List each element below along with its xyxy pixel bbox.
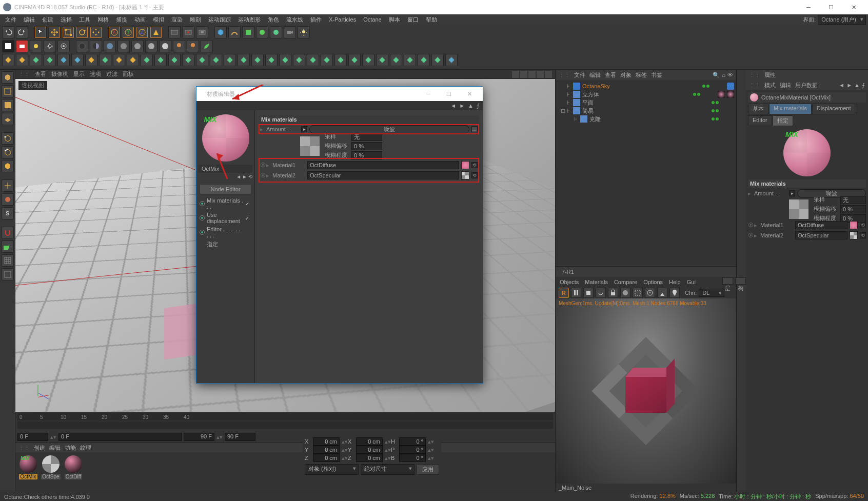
coord-field[interactable]: 0 cm xyxy=(356,454,383,462)
nav-left-icon[interactable]: ◄ xyxy=(236,174,241,182)
octane-node-26-icon[interactable] xyxy=(362,54,374,66)
redo-icon[interactable] xyxy=(16,26,28,38)
modal-mat1-field[interactable]: OctDiffuse xyxy=(307,161,459,169)
octane-node-8-icon[interactable] xyxy=(113,54,125,66)
octane-node-30-icon[interactable] xyxy=(418,54,430,66)
vp-nav-icon[interactable] xyxy=(512,71,519,78)
nav-back-icon[interactable]: ◄ xyxy=(450,103,456,109)
lv-refresh-icon[interactable] xyxy=(596,288,606,298)
mat2-link-icon[interactable]: ⟲ xyxy=(860,232,866,238)
coord-mode-select[interactable]: 对象 (相对) xyxy=(305,464,359,475)
grip-icon[interactable]: ⋮⋮ xyxy=(559,72,570,78)
render-pv-icon[interactable] xyxy=(182,26,194,38)
blur-offset-field[interactable]: 0 % xyxy=(840,205,866,213)
menu-help[interactable]: 帮助 xyxy=(423,15,440,25)
spinner-icon[interactable]: ▴▾ xyxy=(50,434,56,440)
recent-tool-icon[interactable] xyxy=(90,26,102,38)
menu-pipeline[interactable]: 流水线 xyxy=(283,15,306,25)
tree2-icon[interactable] xyxy=(187,40,199,52)
octane-sun-icon[interactable] xyxy=(30,40,42,52)
coord-field[interactable]: 0 ° xyxy=(399,437,426,446)
eye-icon[interactable]: 👁 xyxy=(727,72,733,78)
matmgr-menu-func[interactable]: 功能 xyxy=(65,444,76,452)
mat2-swatch[interactable] xyxy=(850,231,858,239)
octane-node-25-icon[interactable] xyxy=(348,54,361,66)
octane-node-20-icon[interactable] xyxy=(279,54,291,66)
octane-target-icon[interactable] xyxy=(57,40,70,52)
layout-select[interactable]: Octane (用户) xyxy=(818,15,866,25)
attr-menu-mode[interactable]: 模式 xyxy=(764,82,776,89)
matmgr-menu-tex[interactable]: 纹理 xyxy=(80,444,91,452)
modal-blur-offset-field[interactable]: 0 % xyxy=(351,142,382,150)
octane-node-24-icon[interactable] xyxy=(334,54,347,66)
menu-sim[interactable]: 模拟 xyxy=(150,15,167,25)
spinner2-icon[interactable]: ▴▾ xyxy=(216,434,223,440)
edge-mode-icon[interactable] xyxy=(2,146,14,158)
menu-sculpt[interactable]: 雕刻 xyxy=(187,15,204,25)
nav-func-icon[interactable]: ⨍ xyxy=(862,82,865,89)
objmgr-menu-obj[interactable]: 对象 xyxy=(620,71,632,79)
deformer-icon[interactable] xyxy=(256,26,268,38)
coord-field[interactable]: 0 cm xyxy=(356,446,383,454)
attr-menu-user[interactable]: 用户数据 xyxy=(795,82,818,89)
grip-icon[interactable]: ⋮⋮ xyxy=(749,82,760,89)
coord-field[interactable]: 0 cm xyxy=(313,454,340,462)
sphere-light-icon[interactable] xyxy=(145,40,157,52)
nav-fwd-icon[interactable]: ► xyxy=(459,103,465,109)
lv-marker-icon[interactable] xyxy=(669,288,680,298)
coord-apply-button[interactable]: 应用 xyxy=(417,464,439,475)
model-mode-icon[interactable] xyxy=(2,85,14,97)
nav-right-icon[interactable]: ► xyxy=(242,174,247,182)
octane-node-2-icon[interactable] xyxy=(30,54,42,66)
octane-node-1-icon[interactable] xyxy=(16,54,28,66)
menu-tools[interactable]: 工具 xyxy=(76,15,93,25)
tree1-icon[interactable] xyxy=(173,40,185,52)
lv-menu-compare[interactable]: Compare xyxy=(614,279,637,285)
modal-material-preview[interactable]: MIX xyxy=(202,114,249,162)
live-render-view[interactable]: MeshGen:1ms. Update[M]:0ms. Mesh:1 Nodes… xyxy=(556,298,736,484)
nav-back-icon[interactable]: ◄ xyxy=(839,82,844,89)
octane-node-13-icon[interactable] xyxy=(182,54,194,66)
octane-node-23-icon[interactable] xyxy=(321,54,333,66)
spline-pen-icon[interactable] xyxy=(228,26,241,38)
modal-mat1-swatch[interactable] xyxy=(461,161,469,169)
modal-channel-row[interactable]: Mix materials . . . xyxy=(196,196,254,211)
nav-up-icon[interactable]: ▲ xyxy=(854,82,860,89)
octane-node-31-icon[interactable] xyxy=(431,54,444,66)
poly-mode-icon[interactable] xyxy=(2,160,14,172)
modal-material-name[interactable]: OctMix xyxy=(199,165,252,173)
vp-menu-filter[interactable]: 过滤 xyxy=(106,70,117,78)
modal-sample-value[interactable]: 无 xyxy=(351,133,382,141)
sphere-mid-icon[interactable] xyxy=(117,40,130,52)
tab-basic[interactable]: 基本 xyxy=(748,104,768,114)
modal-maximize-button[interactable]: ☐ xyxy=(439,87,459,101)
node-editor-button[interactable]: Node Editor xyxy=(200,184,251,194)
octane-node-18-icon[interactable] xyxy=(251,54,264,66)
octane-node-17-icon[interactable] xyxy=(238,54,250,66)
coord-field[interactable]: 0 ° xyxy=(399,454,426,462)
material-swatch[interactable]: OctDiff xyxy=(64,455,83,483)
grip-icon[interactable]: ⋮⋮ xyxy=(18,445,30,451)
link-icon[interactable]: ⟲ xyxy=(248,174,252,182)
lv-menu-objects[interactable]: Objects xyxy=(560,279,579,285)
octane-node-21-icon[interactable] xyxy=(293,54,305,66)
objmgr-menu-view[interactable]: 查看 xyxy=(605,71,616,79)
menu-mesh[interactable]: 网格 xyxy=(94,15,112,25)
amount-arrow-button[interactable]: ▸ xyxy=(789,190,795,196)
nav-fwd-icon[interactable]: ► xyxy=(846,82,852,89)
vp-nav4-icon[interactable] xyxy=(537,71,544,78)
search-icon[interactable]: 🔍 xyxy=(713,72,720,78)
vp-menu-camera[interactable]: 摄像机 xyxy=(51,70,68,78)
attr-menu-edit[interactable]: 编辑 xyxy=(780,82,791,89)
nav-up-icon[interactable]: ▲ xyxy=(468,103,474,109)
modal-mat2-field[interactable]: OctSpecular xyxy=(307,171,459,179)
octane-node-11-icon[interactable] xyxy=(154,54,167,66)
modal-mat1-link-icon[interactable]: ⟲ xyxy=(471,162,478,168)
material-swatch[interactable]: MIXOctMix xyxy=(18,455,38,483)
axis-mode-icon[interactable] xyxy=(2,179,14,192)
environment-icon[interactable] xyxy=(270,26,282,38)
modal-channel-row[interactable]: Editor . . . . . . . . . xyxy=(196,225,254,239)
make-editable-icon[interactable] xyxy=(2,71,14,84)
leaf-icon[interactable] xyxy=(201,40,213,52)
lv-render-icon[interactable]: R xyxy=(559,288,569,298)
